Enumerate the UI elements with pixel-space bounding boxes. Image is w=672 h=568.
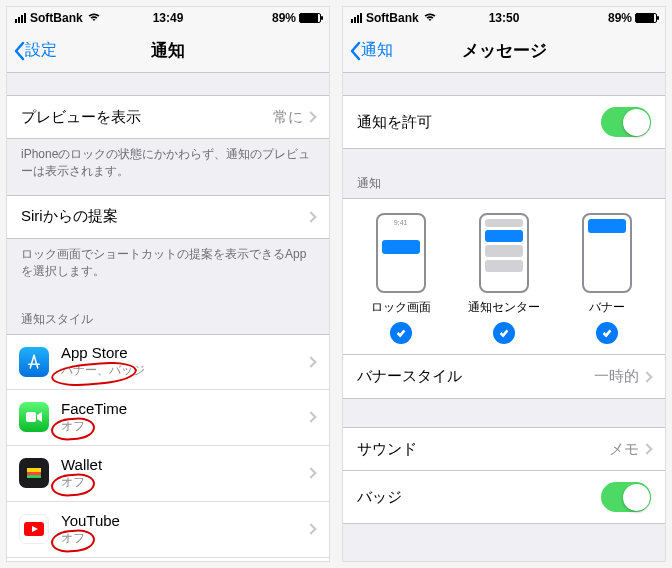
badge-switch[interactable]: [601, 482, 651, 512]
banner-style-value: 一時的: [594, 367, 639, 386]
appstore-icon: [19, 347, 49, 377]
sound-cell[interactable]: サウンド メモ: [343, 427, 665, 471]
app-name: FaceTime: [61, 400, 307, 417]
app-sub: バナー、バッジ: [61, 362, 307, 379]
chevron-right-icon: [641, 443, 652, 454]
app-row-calendar[interactable]: 日曜日 カレンダー: [7, 558, 329, 561]
chevron-right-icon: [305, 211, 316, 222]
banner-style-cell[interactable]: バナースタイル 一時的: [343, 355, 665, 399]
opt-banner[interactable]: バナー: [556, 213, 659, 344]
badge-label: バッジ: [357, 488, 601, 507]
banner-style-label: バナースタイル: [357, 367, 594, 386]
back-label: 通知: [361, 40, 393, 61]
allow-switch[interactable]: [601, 107, 651, 137]
wifi-icon: [87, 11, 101, 25]
battery-percent: 89%: [608, 11, 632, 25]
allow-label: 通知を許可: [357, 113, 601, 132]
lockscreen-preview-icon: 9:41: [376, 213, 426, 293]
preview-value: 常に: [273, 108, 303, 127]
badge-cell: バッジ: [343, 471, 665, 524]
clock: 13:49: [117, 11, 219, 25]
battery-icon: [635, 13, 657, 23]
wifi-icon: [423, 11, 437, 25]
notification-options: 9:41 ロック画面 通知センター: [343, 198, 665, 355]
chevron-right-icon: [305, 111, 316, 122]
app-row-youtube[interactable]: YouTube オフ: [7, 502, 329, 558]
app-sub: オフ: [61, 418, 307, 435]
center-preview-icon: [479, 213, 529, 293]
sound-value: メモ: [609, 440, 639, 459]
chevron-left-icon: [349, 41, 361, 61]
nav-bar: 通知 メッセージ: [343, 29, 665, 73]
chevron-right-icon: [305, 356, 316, 367]
app-name: Wallet: [61, 456, 307, 473]
battery-icon: [299, 13, 321, 23]
wallet-icon: [19, 458, 49, 488]
chevron-right-icon: [641, 371, 652, 382]
opt-label: 通知センター: [468, 299, 540, 316]
app-row-wallet[interactable]: Wallet オフ: [7, 446, 329, 502]
carrier: SoftBank: [30, 11, 83, 25]
siri-cell[interactable]: Siriからの提案: [7, 195, 329, 239]
opt-center[interactable]: 通知センター: [452, 213, 555, 344]
nav-bar: 設定 通知: [7, 29, 329, 73]
status-bar: SoftBank 13:49 89%: [7, 7, 329, 29]
checkmark-icon: [390, 322, 412, 344]
preview-cell[interactable]: プレビューを表示 常に: [7, 95, 329, 139]
chevron-left-icon: [13, 41, 25, 61]
app-name: YouTube: [61, 512, 307, 529]
svg-rect-3: [27, 475, 41, 478]
chevron-right-icon: [305, 467, 316, 478]
section-header: 通知: [343, 149, 665, 198]
banner-preview-icon: [582, 213, 632, 293]
checkmark-icon: [493, 322, 515, 344]
signal-icon: [351, 13, 362, 23]
preview-footer: iPhoneのロックの状態にかかわらず、通知のプレビューは表示されます。: [7, 139, 329, 195]
youtube-icon: [19, 514, 49, 544]
carrier: SoftBank: [366, 11, 419, 25]
allow-cell: 通知を許可: [343, 95, 665, 149]
content: 通知を許可 通知 9:41 ロック画面: [343, 73, 665, 561]
app-sub: オフ: [61, 474, 307, 491]
svg-rect-2: [27, 472, 41, 475]
svg-rect-0: [26, 412, 36, 422]
facetime-icon: [19, 402, 49, 432]
content: プレビューを表示 常に iPhoneのロックの状態にかかわらず、通知のプレビュー…: [7, 73, 329, 561]
preview-label: プレビューを表示: [21, 108, 273, 127]
style-header: 通知スタイル: [7, 295, 329, 334]
back-label: 設定: [25, 40, 57, 61]
back-button[interactable]: 設定: [7, 40, 63, 61]
opt-label: バナー: [589, 299, 625, 316]
chevron-right-icon: [305, 411, 316, 422]
app-row-appstore[interactable]: App Store バナー、バッジ: [7, 334, 329, 390]
chevron-right-icon: [305, 523, 316, 534]
opt-label: ロック画面: [371, 299, 431, 316]
battery-percent: 89%: [272, 11, 296, 25]
phone-right: SoftBank 13:50 89% 通知 メッセージ 通知を許可 通知 9:4: [342, 6, 666, 562]
siri-footer: ロック画面でショートカットの提案を表示できるAppを選択します。: [7, 239, 329, 295]
app-sub: オフ: [61, 530, 307, 547]
svg-rect-1: [27, 468, 41, 472]
app-name: App Store: [61, 344, 307, 361]
app-row-facetime[interactable]: FaceTime オフ: [7, 390, 329, 446]
checkmark-icon: [596, 322, 618, 344]
clock: 13:50: [453, 11, 555, 25]
signal-icon: [15, 13, 26, 23]
siri-label: Siriからの提案: [21, 207, 307, 226]
phone-left: SoftBank 13:49 89% 設定 通知 プレビューを表示 常に iPh…: [6, 6, 330, 562]
status-bar: SoftBank 13:50 89%: [343, 7, 665, 29]
sound-label: サウンド: [357, 440, 609, 459]
back-button[interactable]: 通知: [343, 40, 399, 61]
opt-lockscreen[interactable]: 9:41 ロック画面: [349, 213, 452, 344]
